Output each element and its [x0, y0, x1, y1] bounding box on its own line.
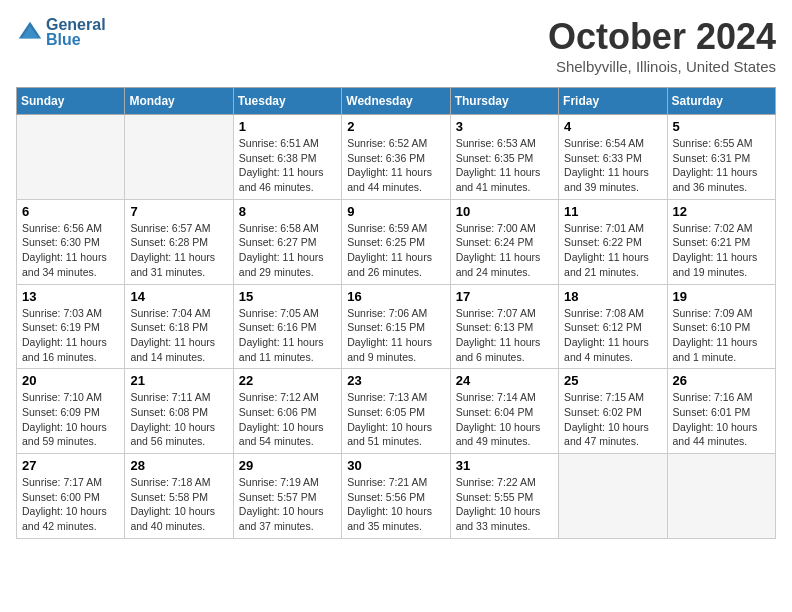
- day-cell: 18Sunrise: 7:08 AM Sunset: 6:12 PM Dayli…: [559, 284, 667, 369]
- day-cell: 20Sunrise: 7:10 AM Sunset: 6:09 PM Dayli…: [17, 369, 125, 454]
- day-detail: Sunrise: 7:21 AM Sunset: 5:56 PM Dayligh…: [347, 475, 444, 534]
- day-number: 29: [239, 458, 336, 473]
- day-cell: 31Sunrise: 7:22 AM Sunset: 5:55 PM Dayli…: [450, 454, 558, 539]
- day-number: 22: [239, 373, 336, 388]
- day-detail: Sunrise: 6:56 AM Sunset: 6:30 PM Dayligh…: [22, 221, 119, 280]
- day-number: 24: [456, 373, 553, 388]
- day-detail: Sunrise: 7:08 AM Sunset: 6:12 PM Dayligh…: [564, 306, 661, 365]
- day-cell: [125, 115, 233, 200]
- day-cell: 28Sunrise: 7:18 AM Sunset: 5:58 PM Dayli…: [125, 454, 233, 539]
- day-detail: Sunrise: 6:59 AM Sunset: 6:25 PM Dayligh…: [347, 221, 444, 280]
- day-cell: 21Sunrise: 7:11 AM Sunset: 6:08 PM Dayli…: [125, 369, 233, 454]
- day-detail: Sunrise: 7:07 AM Sunset: 6:13 PM Dayligh…: [456, 306, 553, 365]
- day-cell: 4Sunrise: 6:54 AM Sunset: 6:33 PM Daylig…: [559, 115, 667, 200]
- day-detail: Sunrise: 7:10 AM Sunset: 6:09 PM Dayligh…: [22, 390, 119, 449]
- day-number: 4: [564, 119, 661, 134]
- day-detail: Sunrise: 7:09 AM Sunset: 6:10 PM Dayligh…: [673, 306, 770, 365]
- week-row-5: 27Sunrise: 7:17 AM Sunset: 6:00 PM Dayli…: [17, 454, 776, 539]
- day-number: 20: [22, 373, 119, 388]
- day-detail: Sunrise: 6:53 AM Sunset: 6:35 PM Dayligh…: [456, 136, 553, 195]
- day-cell: 7Sunrise: 6:57 AM Sunset: 6:28 PM Daylig…: [125, 199, 233, 284]
- logo: General Blue: [16, 16, 106, 49]
- day-detail: Sunrise: 7:02 AM Sunset: 6:21 PM Dayligh…: [673, 221, 770, 280]
- day-number: 28: [130, 458, 227, 473]
- day-detail: Sunrise: 7:22 AM Sunset: 5:55 PM Dayligh…: [456, 475, 553, 534]
- week-row-4: 20Sunrise: 7:10 AM Sunset: 6:09 PM Dayli…: [17, 369, 776, 454]
- day-number: 27: [22, 458, 119, 473]
- day-cell: 19Sunrise: 7:09 AM Sunset: 6:10 PM Dayli…: [667, 284, 775, 369]
- day-number: 12: [673, 204, 770, 219]
- day-detail: Sunrise: 7:15 AM Sunset: 6:02 PM Dayligh…: [564, 390, 661, 449]
- day-cell: 12Sunrise: 7:02 AM Sunset: 6:21 PM Dayli…: [667, 199, 775, 284]
- day-number: 1: [239, 119, 336, 134]
- day-number: 3: [456, 119, 553, 134]
- day-cell: 8Sunrise: 6:58 AM Sunset: 6:27 PM Daylig…: [233, 199, 341, 284]
- day-cell: 17Sunrise: 7:07 AM Sunset: 6:13 PM Dayli…: [450, 284, 558, 369]
- day-detail: Sunrise: 6:58 AM Sunset: 6:27 PM Dayligh…: [239, 221, 336, 280]
- day-cell: [559, 454, 667, 539]
- month-title: October 2024: [548, 16, 776, 58]
- logo-icon: [16, 19, 44, 47]
- day-detail: Sunrise: 7:16 AM Sunset: 6:01 PM Dayligh…: [673, 390, 770, 449]
- day-cell: 9Sunrise: 6:59 AM Sunset: 6:25 PM Daylig…: [342, 199, 450, 284]
- logo-text: General Blue: [46, 16, 106, 49]
- day-cell: 16Sunrise: 7:06 AM Sunset: 6:15 PM Dayli…: [342, 284, 450, 369]
- day-detail: Sunrise: 7:04 AM Sunset: 6:18 PM Dayligh…: [130, 306, 227, 365]
- day-detail: Sunrise: 7:14 AM Sunset: 6:04 PM Dayligh…: [456, 390, 553, 449]
- col-header-wednesday: Wednesday: [342, 88, 450, 115]
- day-number: 23: [347, 373, 444, 388]
- day-number: 18: [564, 289, 661, 304]
- calendar-table: SundayMondayTuesdayWednesdayThursdayFrid…: [16, 87, 776, 539]
- day-cell: 5Sunrise: 6:55 AM Sunset: 6:31 PM Daylig…: [667, 115, 775, 200]
- day-detail: Sunrise: 7:18 AM Sunset: 5:58 PM Dayligh…: [130, 475, 227, 534]
- day-detail: Sunrise: 7:00 AM Sunset: 6:24 PM Dayligh…: [456, 221, 553, 280]
- day-number: 19: [673, 289, 770, 304]
- week-row-2: 6Sunrise: 6:56 AM Sunset: 6:30 PM Daylig…: [17, 199, 776, 284]
- day-cell: 6Sunrise: 6:56 AM Sunset: 6:30 PM Daylig…: [17, 199, 125, 284]
- day-number: 16: [347, 289, 444, 304]
- day-number: 11: [564, 204, 661, 219]
- day-number: 21: [130, 373, 227, 388]
- day-number: 17: [456, 289, 553, 304]
- day-cell: 1Sunrise: 6:51 AM Sunset: 6:38 PM Daylig…: [233, 115, 341, 200]
- day-detail: Sunrise: 7:12 AM Sunset: 6:06 PM Dayligh…: [239, 390, 336, 449]
- day-detail: Sunrise: 6:57 AM Sunset: 6:28 PM Dayligh…: [130, 221, 227, 280]
- col-header-thursday: Thursday: [450, 88, 558, 115]
- day-detail: Sunrise: 7:17 AM Sunset: 6:00 PM Dayligh…: [22, 475, 119, 534]
- day-detail: Sunrise: 7:11 AM Sunset: 6:08 PM Dayligh…: [130, 390, 227, 449]
- day-detail: Sunrise: 7:01 AM Sunset: 6:22 PM Dayligh…: [564, 221, 661, 280]
- day-cell: 22Sunrise: 7:12 AM Sunset: 6:06 PM Dayli…: [233, 369, 341, 454]
- day-detail: Sunrise: 7:05 AM Sunset: 6:16 PM Dayligh…: [239, 306, 336, 365]
- day-cell: 23Sunrise: 7:13 AM Sunset: 6:05 PM Dayli…: [342, 369, 450, 454]
- day-number: 9: [347, 204, 444, 219]
- day-cell: [667, 454, 775, 539]
- day-number: 30: [347, 458, 444, 473]
- day-cell: 30Sunrise: 7:21 AM Sunset: 5:56 PM Dayli…: [342, 454, 450, 539]
- day-number: 8: [239, 204, 336, 219]
- calendar-header-row: SundayMondayTuesdayWednesdayThursdayFrid…: [17, 88, 776, 115]
- day-cell: 29Sunrise: 7:19 AM Sunset: 5:57 PM Dayli…: [233, 454, 341, 539]
- day-cell: 25Sunrise: 7:15 AM Sunset: 6:02 PM Dayli…: [559, 369, 667, 454]
- day-detail: Sunrise: 6:51 AM Sunset: 6:38 PM Dayligh…: [239, 136, 336, 195]
- day-number: 6: [22, 204, 119, 219]
- day-number: 13: [22, 289, 119, 304]
- day-number: 5: [673, 119, 770, 134]
- page-header: General Blue October 2024 Shelbyville, I…: [16, 16, 776, 75]
- col-header-sunday: Sunday: [17, 88, 125, 115]
- day-number: 7: [130, 204, 227, 219]
- day-cell: 24Sunrise: 7:14 AM Sunset: 6:04 PM Dayli…: [450, 369, 558, 454]
- day-detail: Sunrise: 7:03 AM Sunset: 6:19 PM Dayligh…: [22, 306, 119, 365]
- day-number: 25: [564, 373, 661, 388]
- day-number: 15: [239, 289, 336, 304]
- location: Shelbyville, Illinois, United States: [548, 58, 776, 75]
- col-header-saturday: Saturday: [667, 88, 775, 115]
- day-cell: 14Sunrise: 7:04 AM Sunset: 6:18 PM Dayli…: [125, 284, 233, 369]
- week-row-3: 13Sunrise: 7:03 AM Sunset: 6:19 PM Dayli…: [17, 284, 776, 369]
- day-number: 26: [673, 373, 770, 388]
- title-block: October 2024 Shelbyville, Illinois, Unit…: [548, 16, 776, 75]
- day-number: 31: [456, 458, 553, 473]
- day-cell: 27Sunrise: 7:17 AM Sunset: 6:00 PM Dayli…: [17, 454, 125, 539]
- day-number: 10: [456, 204, 553, 219]
- week-row-1: 1Sunrise: 6:51 AM Sunset: 6:38 PM Daylig…: [17, 115, 776, 200]
- day-detail: Sunrise: 6:54 AM Sunset: 6:33 PM Dayligh…: [564, 136, 661, 195]
